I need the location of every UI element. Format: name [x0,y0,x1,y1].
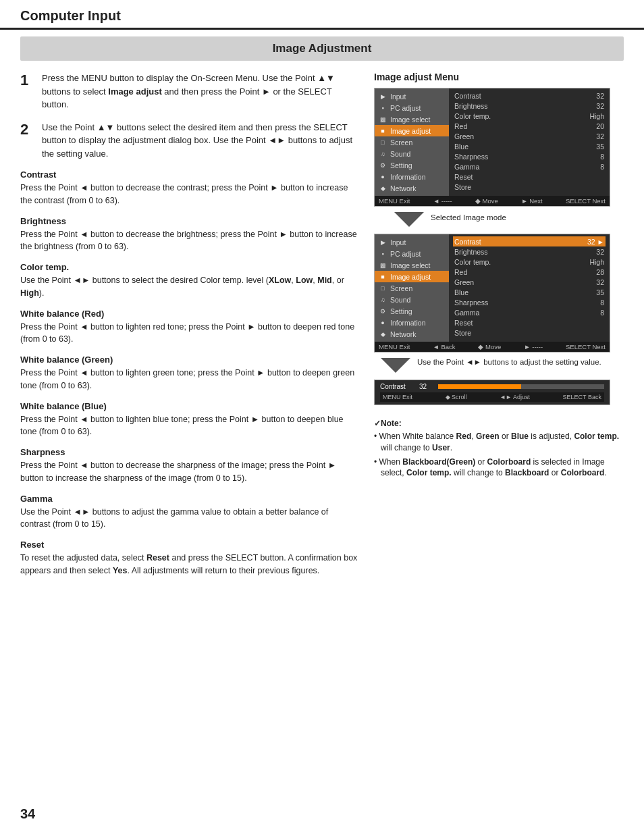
subsection-gamma-body: Use the Point ◄► buttons to adjust the g… [20,506,360,531]
osd2-row-reset: Reset [453,317,606,328]
osd1-row-green: Green32 [453,131,606,141]
subsection-brightness-body: Press the Point ◄ button to decrease the… [20,228,360,254]
subsection-wb-green: White balance (Green) Press the Point ◄ … [20,355,360,392]
imgsel-icon: ▩ [378,115,387,124]
osd1-row-gamma: Gamma8 [453,161,606,172]
osd2-imgsel-icon: ▩ [378,261,387,270]
osd1-row-reset: Reset [453,172,606,182]
subsection-colortemp-title: Color temp. [20,262,360,272]
subsection-wb-red-body: Press the Point ◄ button to lighten red … [20,321,360,346]
contrast-footer-exit: MENU Exit [383,394,412,400]
osd2-row-contrast: Contrast32 ► [453,236,606,246]
osd2-sound-icon: ♫ [378,295,387,305]
subsection-contrast: Contrast Press the Point ◄ button to dec… [20,170,360,207]
subsection-gamma: Gamma Use the Point ◄► buttons to adjust… [20,494,360,531]
osd2-row-blue: Blue35 [453,287,606,297]
osd2-input-icon: ▶ [378,238,387,247]
contrast-bar-value: 32 [419,383,433,390]
osd2-footer-exit: MENU Exit [379,343,410,350]
step-1-text: Press the MENU button to display the On-… [42,72,360,111]
osd1-row-red: Red20 [453,121,606,131]
subsection-wb-green-title: White balance (Green) [20,355,360,365]
osd2-footer-move: ◆ Move [478,343,501,350]
screen-icon: □ [378,138,387,147]
osd2-network-icon: ◆ [378,330,387,339]
step-2-text: Use the Point ▲▼ buttons select the desi… [42,121,360,161]
osd1-item-input: ▶ Input [375,90,449,102]
arrow-down-2 [381,358,410,373]
subsection-reset: Reset To reset the adjusted data, select… [20,540,360,577]
osd1-item-imageselect: ▩ Image select [375,113,449,125]
menu-panel-title: Image adjust Menu [374,72,624,82]
osd2-row-green: Green32 [453,277,606,287]
osd2-item-setting: ⚙ Setting [375,305,449,317]
osd2-item-screen: □ Screen [375,282,449,294]
osd1-footer-select: SELECT Next [566,197,606,205]
note-list: When White balance Red, Green or Blue is… [374,431,624,479]
osd1-item-network: ◆ Network [375,182,449,194]
osd-menu-2: ▶ Input ▪ PC adjust ▩ Image select ■ [374,234,610,353]
osd2-item-network: ◆ Network [375,328,449,340]
osd2-left-panel: ▶ Input ▪ PC adjust ▩ Image select ■ [375,234,449,342]
subsection-reset-title: Reset [20,540,360,550]
page-header-title: Computer Input [20,8,121,24]
contrast-bar-row: Contrast 32 [380,383,604,390]
osd2-pc-icon: ▪ [378,249,387,259]
note-item-1: When White balance Red, Green or Blue is… [374,431,624,454]
subsection-wb-blue: White balance (Blue) Press the Point ◄ b… [20,401,360,439]
osd2-row-brightness: Brightness32 [453,246,606,257]
step-1-number: 1 [20,72,35,111]
osd2-item-pcadjust: ▪ PC adjust [375,248,449,259]
osd1-footer: MENU Exit ◄ ----- ◆ Move ► Next SELECT N… [375,196,610,206]
use-point-text: Use the Point ◄► buttons to adjust the s… [417,357,601,368]
osd1-footer-next: ► Next [521,197,543,205]
osd2-footer-next: ► ----- [524,343,543,350]
osd1-row-colortemp: Color temp.High [453,111,606,121]
imgadj-icon: ■ [378,126,387,136]
osd1-item-imageadjust: ■ Image adjust [375,125,449,136]
subsection-colortemp-body: Use the Point ◄► buttons to select the d… [20,274,360,300]
osd1-row-store: Store [453,182,606,192]
osd2-row-gamma: Gamma8 [453,307,606,317]
contrast-bar-fill [438,384,521,389]
step-2: 2 Use the Point ▲▼ buttons select the de… [20,121,360,161]
arrow-down-1 [394,212,424,227]
osd2-item-information: ● Information [375,317,449,328]
note-section: ✓Note: When White balance Red, Green or … [374,419,624,479]
use-point-container: Use the Point ◄► buttons to adjust the s… [381,357,624,377]
osd2-row-red: Red28 [453,267,606,277]
note-item-2: When Blackboard(Green) or Colorboard is … [374,457,624,479]
page-number: 34 [20,806,35,822]
info-icon: ● [378,172,387,182]
network-icon: ◆ [378,184,387,193]
osd2-item-input: ▶ Input [375,236,449,248]
two-col-layout: 1 Press the MENU button to display the O… [20,72,624,586]
contrast-bar-track [438,384,604,389]
osd2-footer: MENU Exit ◄ Back ◆ Move ► ----- SELECT N… [375,342,610,352]
subsection-brightness: Brightness Press the Point ◄ button to d… [20,216,360,254]
osd1-row-sharpness: Sharpness8 [453,151,606,161]
contrast-footer-adjust: ◄► Adjust [500,394,530,400]
callout-container: Selected Image mode [394,211,624,231]
osd1-right-panel: Contrast32 Brightness32 Color temp.High … [449,88,610,196]
subsection-wb-green-body: Press the Point ◄ button to lighten gree… [20,367,360,392]
osd2-screen-icon: □ [378,284,387,293]
osd1-row-blue: Blue35 [453,141,606,151]
contrast-bar-footer: MENU Exit ◆ Scroll ◄► Adjust SELECT Back [380,392,604,402]
osd2-row-store: Store [453,328,606,338]
left-column: 1 Press the MENU button to display the O… [20,72,360,586]
step-2-number: 2 [20,121,35,161]
osd1-footer-back: ◄ ----- [433,197,452,205]
osd1-item-pcadjust: ▪ PC adjust [375,102,449,113]
osd1-row-brightness: Brightness32 [453,101,606,111]
osd2-item-sound: ♫ Sound [375,294,449,305]
subsection-reset-body: To reset the adjusted data, select Reset… [20,552,360,577]
pc-icon: ▪ [378,103,387,113]
setting-icon: ⚙ [378,161,387,170]
subsection-gamma-title: Gamma [20,494,360,504]
section-title-bar: Image Adjustment [20,36,624,61]
subsection-colortemp: Color temp. Use the Point ◄► buttons to … [20,262,360,300]
subsection-sharpness: Sharpness Press the Point ◄ button to de… [20,447,360,485]
osd1-item-setting: ⚙ Setting [375,159,449,171]
osd2-right-panel: Contrast32 ► Brightness32 Color temp.Hig… [449,234,610,342]
